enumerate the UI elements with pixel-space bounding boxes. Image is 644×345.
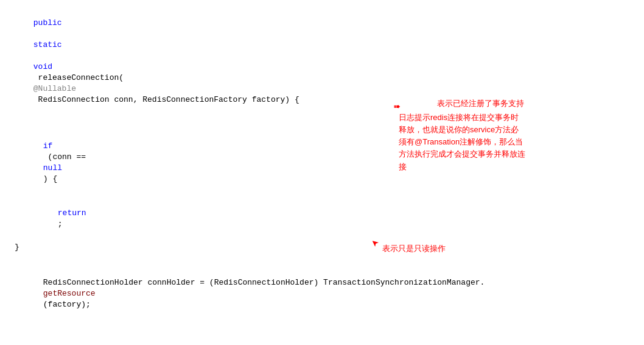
callout-3-text: 表示只是只读操作 (382, 244, 446, 253)
code-line (0, 254, 644, 266)
code-line: if (conn == null ) { (0, 129, 644, 196)
code-line: RedisConnectionHolder connHolder = (Redi… (0, 266, 644, 322)
code-line (0, 322, 644, 334)
code-line (0, 117, 644, 129)
callout-1-text: 表示已经注册了事务支持 (437, 99, 524, 108)
callout-3: 表示只是只读操作 (382, 243, 446, 255)
code-line: return ; (0, 196, 644, 241)
code-line: if (connHolder != null && connHolder.isT… (0, 334, 644, 345)
callout-2: 日志提示redis连接将在提交事务时 释放，也就是说你的service方法必 须… (399, 112, 525, 173)
callout-1: 表示已经注册了事务支持 (437, 98, 524, 110)
code-line: } (0, 241, 644, 254)
code-line: public static void releaseConnection( @N… (0, 6, 644, 117)
code-container: public static void releaseConnection( @N… (0, 0, 644, 345)
